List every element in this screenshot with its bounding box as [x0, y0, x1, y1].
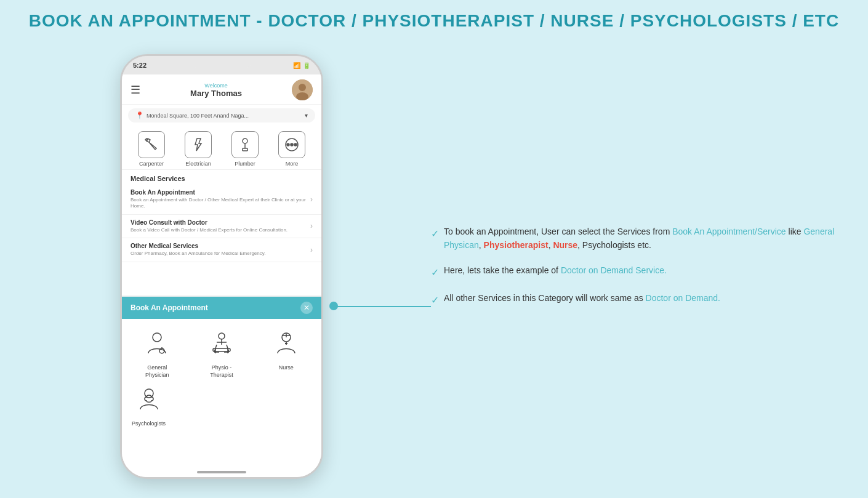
chevron-right-icon-1: ›	[310, 195, 313, 204]
more-label: More	[286, 161, 299, 167]
svg-point-10	[219, 333, 225, 339]
check-icon-2: ✓	[431, 265, 439, 281]
avatar	[292, 79, 313, 100]
status-time: 5:22	[133, 62, 147, 69]
plumber-icon-box	[231, 131, 259, 158]
medical-item-1-desc: Book an Appointment with Doctor / Other …	[131, 197, 310, 210]
close-button[interactable]: ✕	[300, 302, 313, 314]
svg-point-1	[299, 84, 306, 91]
service-carpenter[interactable]: Carpenter	[138, 131, 165, 167]
medical-item-2-desc: Book a Video Call with Doctor / Medical …	[131, 227, 310, 233]
app-header: ☰ Welcome Mary Thomas	[122, 74, 321, 105]
svg-point-3	[243, 139, 247, 143]
booking-item-nurse[interactable]: Nurse	[257, 329, 315, 379]
physio-icon	[206, 329, 238, 361]
home-indicator	[197, 471, 246, 473]
booking-item-physio[interactable]: Physio -Therapist	[193, 329, 251, 379]
service-more[interactable]: More	[278, 131, 305, 167]
medical-item-3-title: Other Medical Services	[131, 243, 310, 249]
booking-panel: Book An Appointment ✕	[122, 295, 321, 477]
location-text: Mondeal Square, 100 Feet Anand Naga...	[147, 113, 249, 119]
phone-screen: ☰ Welcome Mary Thomas 📍 Mondeal Square, …	[122, 74, 321, 477]
service-electrician[interactable]: Electrician	[185, 131, 212, 167]
physio-label: Physio -Therapist	[210, 364, 233, 379]
phone-frame: 5:22 📶 🔋 ☰ Welcome Mary Thomas	[120, 54, 323, 479]
services-row: Carpenter Electrician	[122, 126, 321, 170]
carpenter-icon-box	[138, 131, 165, 158]
physician-label: GeneralPhysician	[145, 364, 169, 379]
svg-point-4	[287, 143, 289, 146]
medical-item-3-desc: Order Pharmacy, Book an Ambulance for Me…	[131, 251, 310, 257]
location-bar[interactable]: 📍 Mondeal Square, 100 Feet Anand Naga...…	[128, 108, 315, 122]
location-pin-icon: 📍	[135, 111, 144, 119]
medical-item-1-title: Book An Appointment	[131, 189, 310, 196]
welcome-text: Welcome	[190, 82, 242, 89]
status-icons: 📶 🔋	[293, 62, 310, 69]
annotation-area: ✓ To book an Appointment, User can selec…	[431, 225, 850, 308]
nurse-label: Nurse	[279, 364, 294, 372]
menu-icon[interactable]: ☰	[131, 83, 140, 97]
medical-list-item-1[interactable]: Book An Appointment Book an Appointment …	[122, 185, 321, 215]
carpenter-label: Carpenter	[139, 161, 164, 167]
annotation-point-3: ✓ All other Services in this Category wi…	[431, 291, 850, 308]
medical-list-item-3[interactable]: Other Medical Services Order Pharmacy, B…	[122, 238, 321, 262]
service-plumber[interactable]: Plumber	[231, 131, 259, 167]
check-icon-1: ✓	[431, 226, 439, 242]
annotation-point-1: ✓ To book an Appointment, User can selec…	[431, 225, 850, 252]
svg-point-8	[153, 333, 161, 342]
medical-item-2-title: Video Consult with Doctor	[131, 219, 310, 226]
booking-second-row: Psychologists	[122, 385, 321, 434]
svg-point-13	[145, 389, 153, 398]
medical-section-title: Medical Services	[122, 170, 321, 185]
booking-panel-header: Book An Appointment ✕	[122, 297, 321, 319]
connector-line	[332, 306, 431, 307]
psychologist-label: Psychologists	[132, 420, 166, 428]
booking-item-physician[interactable]: GeneralPhysician	[128, 329, 187, 379]
nurse-icon	[270, 329, 302, 361]
electrician-label: Electrician	[185, 161, 211, 167]
connector-dot	[329, 302, 338, 310]
phone-container: 5:22 📶 🔋 ☰ Welcome Mary Thomas	[120, 54, 323, 479]
physician-icon	[141, 329, 173, 361]
plumber-label: Plumber	[235, 161, 255, 167]
phone-notch: 5:22 📶 🔋	[122, 56, 321, 74]
medical-list-item-2[interactable]: Video Consult with Doctor Book a Video C…	[122, 215, 321, 238]
annotation-point-2: ✓ Here, lets take the example of Doctor …	[431, 263, 850, 281]
annotation-list: ✓ To book an Appointment, User can selec…	[431, 225, 850, 308]
more-icon-box	[278, 131, 305, 158]
page-title: BOOK AN APPOINTMENT - DOCTOR / PHYSIOTHE…	[0, 0, 868, 37]
booking-item-psychologist[interactable]: Psychologists	[132, 385, 166, 428]
user-name: Mary Thomas	[190, 89, 242, 98]
check-icon-3: ✓	[431, 292, 439, 308]
psychologist-icon	[133, 385, 165, 417]
svg-point-5	[291, 143, 293, 146]
chevron-right-icon-2: ›	[310, 222, 313, 230]
chevron-down-icon: ▾	[305, 112, 308, 119]
user-info: Welcome Mary Thomas	[190, 82, 242, 98]
svg-point-6	[294, 143, 297, 146]
electrician-icon-box	[185, 131, 212, 158]
booking-grid: GeneralPhysician	[122, 319, 321, 385]
chevron-right-icon-3: ›	[310, 246, 313, 254]
booking-panel-title: Book An Appointment	[131, 303, 208, 312]
